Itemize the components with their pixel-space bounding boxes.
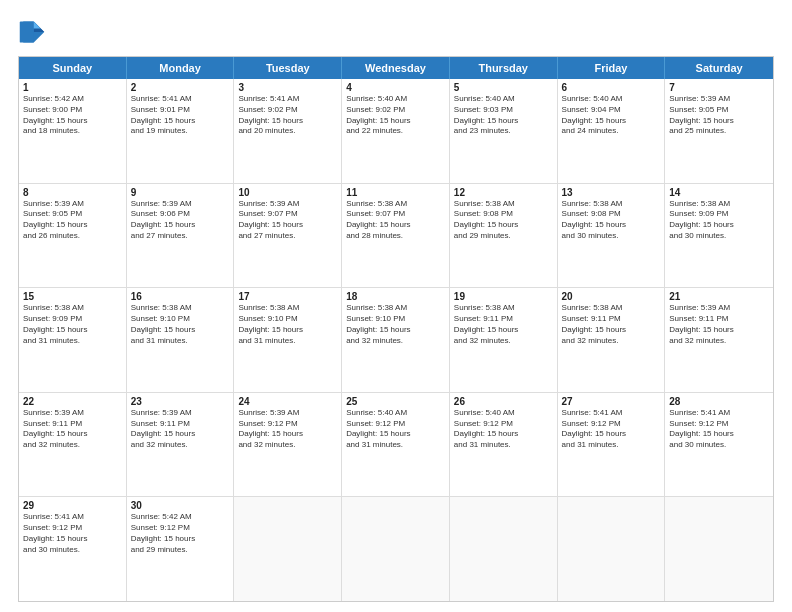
day-number: 10 — [238, 187, 337, 198]
calendar-day-2: 2Sunrise: 5:41 AMSunset: 9:01 PMDaylight… — [127, 79, 235, 183]
calendar-day-13: 13Sunrise: 5:38 AMSunset: 9:08 PMDayligh… — [558, 184, 666, 288]
day-number: 30 — [131, 500, 230, 511]
day-info: Sunrise: 5:40 AMSunset: 9:04 PMDaylight:… — [562, 94, 661, 137]
calendar-day-3: 3Sunrise: 5:41 AMSunset: 9:02 PMDaylight… — [234, 79, 342, 183]
day-info: Sunrise: 5:38 AMSunset: 9:10 PMDaylight:… — [131, 303, 230, 346]
header — [18, 18, 774, 46]
calendar-day-30: 30Sunrise: 5:42 AMSunset: 9:12 PMDayligh… — [127, 497, 235, 601]
calendar-day-29: 29Sunrise: 5:41 AMSunset: 9:12 PMDayligh… — [19, 497, 127, 601]
day-info: Sunrise: 5:38 AMSunset: 9:07 PMDaylight:… — [346, 199, 445, 242]
calendar-header: SundayMondayTuesdayWednesdayThursdayFrid… — [19, 57, 773, 79]
calendar-day-16: 16Sunrise: 5:38 AMSunset: 9:10 PMDayligh… — [127, 288, 235, 392]
day-number: 3 — [238, 82, 337, 93]
calendar-day-empty-4-4 — [450, 497, 558, 601]
weekday-header-wednesday: Wednesday — [342, 57, 450, 79]
calendar-row-1: 1Sunrise: 5:42 AMSunset: 9:00 PMDaylight… — [19, 79, 773, 184]
day-number: 29 — [23, 500, 122, 511]
day-info: Sunrise: 5:39 AMSunset: 9:05 PMDaylight:… — [23, 199, 122, 242]
day-number: 22 — [23, 396, 122, 407]
day-info: Sunrise: 5:38 AMSunset: 9:09 PMDaylight:… — [23, 303, 122, 346]
calendar-day-7: 7Sunrise: 5:39 AMSunset: 9:05 PMDaylight… — [665, 79, 773, 183]
weekday-header-tuesday: Tuesday — [234, 57, 342, 79]
calendar-day-empty-4-3 — [342, 497, 450, 601]
day-number: 8 — [23, 187, 122, 198]
day-number: 21 — [669, 291, 769, 302]
day-info: Sunrise: 5:38 AMSunset: 9:10 PMDaylight:… — [238, 303, 337, 346]
calendar-day-12: 12Sunrise: 5:38 AMSunset: 9:08 PMDayligh… — [450, 184, 558, 288]
calendar-body: 1Sunrise: 5:42 AMSunset: 9:00 PMDaylight… — [19, 79, 773, 601]
day-info: Sunrise: 5:41 AMSunset: 9:12 PMDaylight:… — [23, 512, 122, 555]
calendar-day-21: 21Sunrise: 5:39 AMSunset: 9:11 PMDayligh… — [665, 288, 773, 392]
day-number: 4 — [346, 82, 445, 93]
day-info: Sunrise: 5:42 AMSunset: 9:12 PMDaylight:… — [131, 512, 230, 555]
calendar-day-22: 22Sunrise: 5:39 AMSunset: 9:11 PMDayligh… — [19, 393, 127, 497]
day-number: 12 — [454, 187, 553, 198]
calendar-day-5: 5Sunrise: 5:40 AMSunset: 9:03 PMDaylight… — [450, 79, 558, 183]
day-info: Sunrise: 5:38 AMSunset: 9:11 PMDaylight:… — [562, 303, 661, 346]
weekday-header-thursday: Thursday — [450, 57, 558, 79]
day-number: 24 — [238, 396, 337, 407]
day-info: Sunrise: 5:38 AMSunset: 9:11 PMDaylight:… — [454, 303, 553, 346]
weekday-header-monday: Monday — [127, 57, 235, 79]
calendar-day-14: 14Sunrise: 5:38 AMSunset: 9:09 PMDayligh… — [665, 184, 773, 288]
day-number: 1 — [23, 82, 122, 93]
day-info: Sunrise: 5:38 AMSunset: 9:10 PMDaylight:… — [346, 303, 445, 346]
day-number: 28 — [669, 396, 769, 407]
weekday-header-saturday: Saturday — [665, 57, 773, 79]
day-info: Sunrise: 5:38 AMSunset: 9:08 PMDaylight:… — [454, 199, 553, 242]
day-info: Sunrise: 5:40 AMSunset: 9:02 PMDaylight:… — [346, 94, 445, 137]
day-number: 18 — [346, 291, 445, 302]
day-number: 14 — [669, 187, 769, 198]
calendar-row-2: 8Sunrise: 5:39 AMSunset: 9:05 PMDaylight… — [19, 184, 773, 289]
day-info: Sunrise: 5:41 AMSunset: 9:12 PMDaylight:… — [669, 408, 769, 451]
logo — [18, 18, 50, 46]
day-info: Sunrise: 5:39 AMSunset: 9:11 PMDaylight:… — [131, 408, 230, 451]
calendar-day-8: 8Sunrise: 5:39 AMSunset: 9:05 PMDaylight… — [19, 184, 127, 288]
day-info: Sunrise: 5:40 AMSunset: 9:12 PMDaylight:… — [454, 408, 553, 451]
day-info: Sunrise: 5:39 AMSunset: 9:05 PMDaylight:… — [669, 94, 769, 137]
day-info: Sunrise: 5:41 AMSunset: 9:02 PMDaylight:… — [238, 94, 337, 137]
calendar: SundayMondayTuesdayWednesdayThursdayFrid… — [18, 56, 774, 602]
calendar-day-15: 15Sunrise: 5:38 AMSunset: 9:09 PMDayligh… — [19, 288, 127, 392]
day-info: Sunrise: 5:38 AMSunset: 9:08 PMDaylight:… — [562, 199, 661, 242]
day-number: 11 — [346, 187, 445, 198]
day-number: 27 — [562, 396, 661, 407]
calendar-day-1: 1Sunrise: 5:42 AMSunset: 9:00 PMDaylight… — [19, 79, 127, 183]
day-number: 20 — [562, 291, 661, 302]
calendar-day-10: 10Sunrise: 5:39 AMSunset: 9:07 PMDayligh… — [234, 184, 342, 288]
calendar-day-4: 4Sunrise: 5:40 AMSunset: 9:02 PMDaylight… — [342, 79, 450, 183]
day-info: Sunrise: 5:39 AMSunset: 9:12 PMDaylight:… — [238, 408, 337, 451]
weekday-header-friday: Friday — [558, 57, 666, 79]
calendar-day-20: 20Sunrise: 5:38 AMSunset: 9:11 PMDayligh… — [558, 288, 666, 392]
day-info: Sunrise: 5:40 AMSunset: 9:03 PMDaylight:… — [454, 94, 553, 137]
day-info: Sunrise: 5:39 AMSunset: 9:07 PMDaylight:… — [238, 199, 337, 242]
day-number: 26 — [454, 396, 553, 407]
day-info: Sunrise: 5:42 AMSunset: 9:00 PMDaylight:… — [23, 94, 122, 137]
day-info: Sunrise: 5:39 AMSunset: 9:11 PMDaylight:… — [669, 303, 769, 346]
svg-marker-3 — [34, 22, 41, 29]
calendar-day-26: 26Sunrise: 5:40 AMSunset: 9:12 PMDayligh… — [450, 393, 558, 497]
calendar-day-11: 11Sunrise: 5:38 AMSunset: 9:07 PMDayligh… — [342, 184, 450, 288]
calendar-day-empty-4-2 — [234, 497, 342, 601]
day-info: Sunrise: 5:39 AMSunset: 9:11 PMDaylight:… — [23, 408, 122, 451]
day-number: 25 — [346, 396, 445, 407]
calendar-day-23: 23Sunrise: 5:39 AMSunset: 9:11 PMDayligh… — [127, 393, 235, 497]
day-info: Sunrise: 5:39 AMSunset: 9:06 PMDaylight:… — [131, 199, 230, 242]
calendar-row-4: 22Sunrise: 5:39 AMSunset: 9:11 PMDayligh… — [19, 393, 773, 498]
calendar-day-25: 25Sunrise: 5:40 AMSunset: 9:12 PMDayligh… — [342, 393, 450, 497]
day-number: 9 — [131, 187, 230, 198]
calendar-row-5: 29Sunrise: 5:41 AMSunset: 9:12 PMDayligh… — [19, 497, 773, 601]
weekday-header-sunday: Sunday — [19, 57, 127, 79]
day-number: 6 — [562, 82, 661, 93]
calendar-day-empty-4-5 — [558, 497, 666, 601]
day-info: Sunrise: 5:40 AMSunset: 9:12 PMDaylight:… — [346, 408, 445, 451]
calendar-day-18: 18Sunrise: 5:38 AMSunset: 9:10 PMDayligh… — [342, 288, 450, 392]
day-number: 2 — [131, 82, 230, 93]
day-number: 7 — [669, 82, 769, 93]
day-info: Sunrise: 5:41 AMSunset: 9:01 PMDaylight:… — [131, 94, 230, 137]
day-number: 13 — [562, 187, 661, 198]
day-info: Sunrise: 5:38 AMSunset: 9:09 PMDaylight:… — [669, 199, 769, 242]
day-number: 16 — [131, 291, 230, 302]
day-number: 19 — [454, 291, 553, 302]
calendar-day-27: 27Sunrise: 5:41 AMSunset: 9:12 PMDayligh… — [558, 393, 666, 497]
